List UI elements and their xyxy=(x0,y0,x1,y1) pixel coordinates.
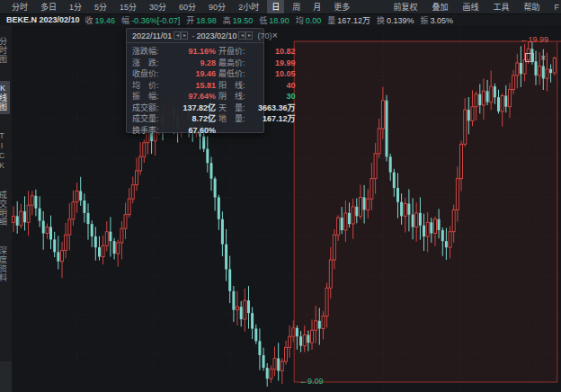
range-end-date: 2023/02/10 xyxy=(196,31,236,40)
stat-label: 地 量: xyxy=(218,113,258,125)
status-field-高: 高19.50 xyxy=(223,16,254,25)
status-field-value: 19.50 xyxy=(233,16,254,25)
range-start-next-button[interactable]: ▸ xyxy=(181,31,188,40)
period-tab-90分[interactable]: 90分 xyxy=(204,0,230,13)
stat-value: 8.72亿 xyxy=(168,113,218,125)
stat-label: 换手率: xyxy=(132,125,168,137)
period-tab-月[interactable]: 月 xyxy=(308,0,325,13)
status-field-label: 低 xyxy=(259,16,267,25)
stat-value: 15.81 xyxy=(168,80,218,92)
period-tab-分时[interactable]: 分时 xyxy=(7,0,32,13)
range-end-next-button[interactable]: ▸ xyxy=(245,31,253,40)
period-tab-60分[interactable]: 60分 xyxy=(174,0,200,13)
toolbar-menus: 前复权叠加画线工具帮助F xyxy=(386,0,561,13)
interval-selection-fill xyxy=(294,41,557,382)
menu-item-F[interactable]: F xyxy=(549,2,561,13)
status-field-value: 19.46 xyxy=(95,16,116,25)
status-field-收: 收19.46 xyxy=(85,16,116,25)
stat-label: 阳 线: xyxy=(218,80,258,92)
status-field-value: -0.36%[-0.07] xyxy=(131,16,180,25)
status-field-value: 18.98 xyxy=(196,16,217,25)
stat-value: 91.16% xyxy=(168,46,218,58)
status-field-value: 167.12万 xyxy=(337,16,370,25)
stat-label: 天 量: xyxy=(218,102,258,114)
status-field-换: 换0.139% xyxy=(377,16,414,25)
menu-item-画线[interactable]: 画线 xyxy=(457,0,484,13)
selection-zoom-icon[interactable] xyxy=(525,53,534,62)
sidebar-item-K线图[interactable]: K线图 xyxy=(0,81,10,114)
range-end-stepper: ◂ ▸ xyxy=(238,31,253,40)
stat-label: 涨跌幅: xyxy=(132,46,168,58)
stat-label: 阴 线: xyxy=(218,91,258,102)
menu-item-工具[interactable]: 工具 xyxy=(487,0,514,13)
stats-panel-header: 2022/11/01 ◂ ▸ - 2023/02/10 ◂ ▸ (70) × xyxy=(127,29,263,43)
period-tab-多日[interactable]: 多日 xyxy=(36,0,61,13)
period-tab-5分[interactable]: 5分 xyxy=(90,0,111,13)
stat-label: 最低价: xyxy=(218,68,258,80)
stat-label: 振 幅: xyxy=(132,91,168,102)
period-tab-日[interactable]: 日 xyxy=(267,0,284,13)
range-dash: - xyxy=(191,31,194,40)
range-start-prev-button[interactable]: ◂ xyxy=(174,31,181,40)
bar-count: (70) xyxy=(257,31,272,40)
stat-label xyxy=(218,125,258,137)
stat-value: 97.64% xyxy=(168,91,218,102)
stat-label: 成交额: xyxy=(132,102,168,114)
selection-close-icon[interactable]: × xyxy=(540,53,546,62)
period-tab-更多[interactable]: 更多 xyxy=(329,0,354,13)
stat-value: 10.82 xyxy=(258,46,298,58)
menu-item-帮助[interactable]: 帮助 xyxy=(518,0,545,13)
sidebar-item-TICK[interactable]: TICK xyxy=(0,129,7,174)
sidebar: 分时图K线图TICK成交明细深度资料 xyxy=(0,25,12,392)
panel-close-icon[interactable]: × xyxy=(272,31,277,40)
chart-region[interactable]: ←19.99 ←9.09 × 2022/11/01 ◂ ▸ - 2023/02/… xyxy=(12,25,561,392)
status-field-value: 0.139% xyxy=(387,16,414,25)
selection-box-controls: × xyxy=(525,53,546,62)
sidebar-item-分时图[interactable]: 分时图 xyxy=(0,34,10,67)
stat-value: 40 xyxy=(258,80,298,92)
range-start-stepper: ◂ ▸ xyxy=(174,31,188,40)
period-tab-1分[interactable]: 1分 xyxy=(65,0,86,13)
status-fields: 收19.46幅-0.36%[-0.07]开18.98高19.50低18.90均0… xyxy=(85,14,459,25)
stat-value: 9.28 xyxy=(168,58,218,69)
stat-value: 137.82亿 xyxy=(168,102,218,114)
status-field-label: 换 xyxy=(377,16,385,25)
range-end-prev-button[interactable]: ◂ xyxy=(238,31,245,40)
period-tab-周[interactable]: 周 xyxy=(288,0,305,13)
status-field-value: 0.00 xyxy=(306,16,322,25)
status-field-label: 高 xyxy=(223,16,231,25)
sidebar-item-成交明细[interactable]: 成交明细 xyxy=(0,188,10,229)
app-window: 分时多日1分5分15分30分60分90分2小时日周月更多 前复权叠加画线工具帮助… xyxy=(0,0,561,392)
sidebar-bottom-block xyxy=(0,361,12,392)
symbol-date: BEKE.N 2023/02/10 xyxy=(6,15,80,24)
stat-value: 67.60% xyxy=(168,125,218,137)
period-tabs: 分时多日1分5分15分30分60分90分2小时日周月更多 xyxy=(0,0,356,13)
menu-item-叠加[interactable]: 叠加 xyxy=(426,0,453,13)
stat-label: 涨 跌: xyxy=(132,58,168,69)
stat-label: 均 价: xyxy=(132,80,168,92)
stat-value xyxy=(258,125,298,137)
status-field-开: 开18.98 xyxy=(186,16,217,25)
sidebar-item-深度资料[interactable]: 深度资料 xyxy=(0,244,10,285)
stat-value: 10.05 xyxy=(258,68,298,80)
interval-high-label: ←19.99 xyxy=(520,35,548,44)
stat-label: 成交量: xyxy=(132,113,168,125)
period-tab-30分[interactable]: 30分 xyxy=(145,0,171,13)
status-field-幅: 幅-0.36%[-0.07] xyxy=(121,16,180,25)
stat-label: 最高价: xyxy=(218,58,258,69)
stat-value: 30 xyxy=(258,91,298,102)
interval-low-label: ←9.09 xyxy=(299,377,324,386)
status-field-value: 3.05% xyxy=(430,16,453,25)
stat-value: 19.99 xyxy=(258,58,298,69)
interval-stats-panel: 2022/11/01 ◂ ▸ - 2023/02/10 ◂ ▸ (70) × 涨… xyxy=(126,28,264,133)
stat-label: 开盘价: xyxy=(218,46,258,58)
status-field-label: 量 xyxy=(327,16,335,25)
status-field-label: 振 xyxy=(420,16,428,25)
stat-value: 167.12万 xyxy=(258,113,298,125)
period-tab-15分[interactable]: 15分 xyxy=(115,0,141,13)
period-tab-2小时[interactable]: 2小时 xyxy=(234,0,263,13)
status-field-value: 18.90 xyxy=(269,16,289,25)
status-field-label: 开 xyxy=(186,16,194,25)
status-field-label: 收 xyxy=(85,16,94,25)
menu-item-前复权[interactable]: 前复权 xyxy=(387,0,423,13)
